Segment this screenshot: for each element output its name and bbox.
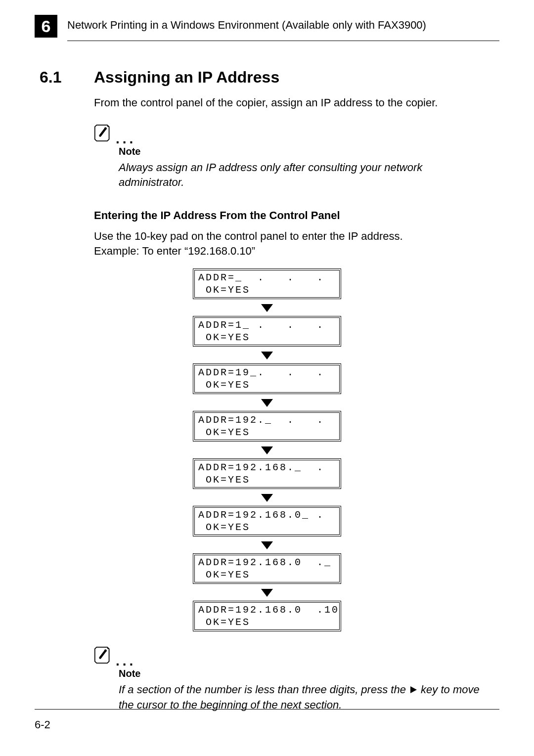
down-arrow-icon <box>260 540 274 550</box>
down-arrow-icon <box>260 445 274 455</box>
svg-marker-9 <box>410 686 417 693</box>
down-arrow-icon <box>260 351 274 360</box>
body-line-1: Use the 10-key pad on the control panel … <box>94 230 403 242</box>
subheading: Entering the IP Address From the Control… <box>94 209 494 222</box>
document-page: 6 Network Printing in a Windows Environm… <box>0 0 534 756</box>
svg-marker-5 <box>261 494 273 502</box>
lcd-display: ADDR=192.168.0 .10 OK=YES <box>193 601 341 631</box>
lcd-display: ADDR=192.168._ . OK=YES <box>193 458 341 489</box>
ellipsis-icon: ... <box>116 656 136 666</box>
lcd-step-sequence: ADDR=_ . . . OK=YESADDR=1_ . . . OK=YESA… <box>35 268 499 631</box>
intro-paragraph: From the control panel of the copier, as… <box>94 96 494 109</box>
chapter-header: 6 Network Printing in a Windows Environm… <box>35 15 499 38</box>
page-number: 6-2 <box>35 718 499 731</box>
chapter-number-badge: 6 <box>35 15 57 38</box>
note-block: ... Note If a section of the number is l… <box>94 646 485 712</box>
footer-divider <box>35 709 499 710</box>
svg-marker-4 <box>261 446 273 454</box>
note-body-before: If a section of the number is less than … <box>119 683 409 696</box>
lcd-display: ADDR=_ . . . OK=YES <box>193 268 341 299</box>
lcd-display: ADDR=1_ . . . OK=YES <box>193 316 341 347</box>
lcd-display: ADDR=192._ . . OK=YES <box>193 411 341 442</box>
right-arrow-key-icon <box>409 683 418 698</box>
note-block: ... Note Always assign an IP address onl… <box>94 124 485 189</box>
down-arrow-icon <box>260 588 274 598</box>
down-arrow-icon <box>260 303 274 313</box>
svg-marker-3 <box>261 399 273 407</box>
section-number: 6.1 <box>35 68 94 87</box>
note-icon <box>94 646 112 666</box>
note-icon-row: ... <box>94 124 485 144</box>
note-label: Note <box>119 146 485 157</box>
page-footer: 6-2 <box>35 709 499 731</box>
down-arrow-icon <box>260 398 274 408</box>
ellipsis-icon: ... <box>116 134 136 144</box>
header-divider <box>67 41 499 41</box>
section-title: Assigning an IP Address <box>94 68 279 87</box>
note-body: If a section of the number is less than … <box>119 682 485 712</box>
note-icon-row: ... <box>94 646 485 666</box>
svg-marker-7 <box>261 589 273 597</box>
chapter-title: Network Printing in a Windows Environmen… <box>67 15 499 32</box>
body-line-2: Example: To enter “192.168.0.10” <box>94 245 255 257</box>
svg-marker-2 <box>261 352 273 359</box>
svg-marker-6 <box>261 541 273 549</box>
body-paragraph: Use the 10-key pad on the control panel … <box>94 229 494 258</box>
section-heading: 6.1 Assigning an IP Address <box>35 68 499 87</box>
down-arrow-icon <box>260 493 274 503</box>
lcd-display: ADDR=19_. . . OK=YES <box>193 363 341 394</box>
note-label: Note <box>119 668 485 679</box>
note-icon <box>94 124 112 144</box>
note-body: Always assign an IP address only after c… <box>119 160 485 189</box>
lcd-display: ADDR=192.168.0 ._ OK=YES <box>193 553 341 584</box>
lcd-display: ADDR=192.168.0_ . OK=YES <box>193 506 341 536</box>
svg-marker-1 <box>261 304 273 312</box>
